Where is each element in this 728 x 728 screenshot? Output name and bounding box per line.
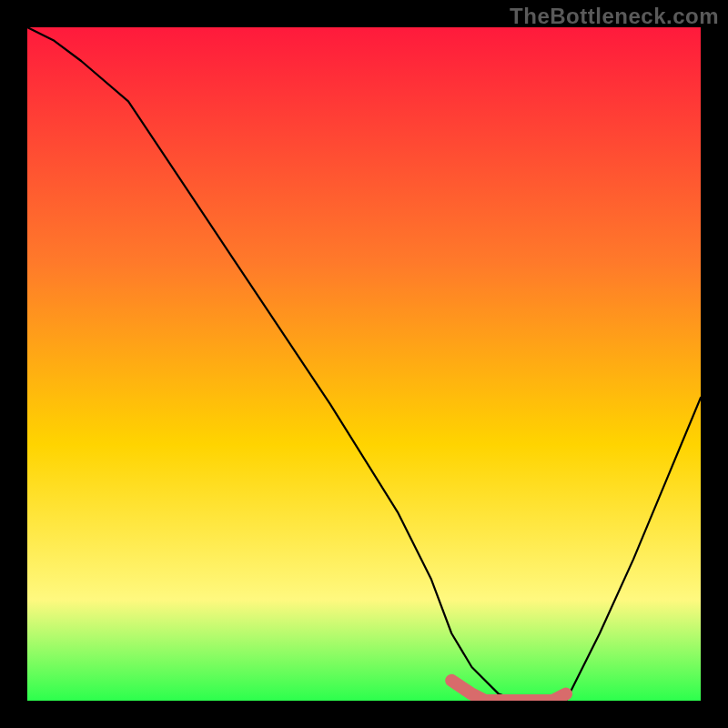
gradient-background [27, 27, 701, 701]
chart-canvas [27, 27, 701, 701]
chart-frame: TheBottleneck.com [0, 0, 728, 728]
watermark-text: TheBottleneck.com [510, 4, 719, 29]
